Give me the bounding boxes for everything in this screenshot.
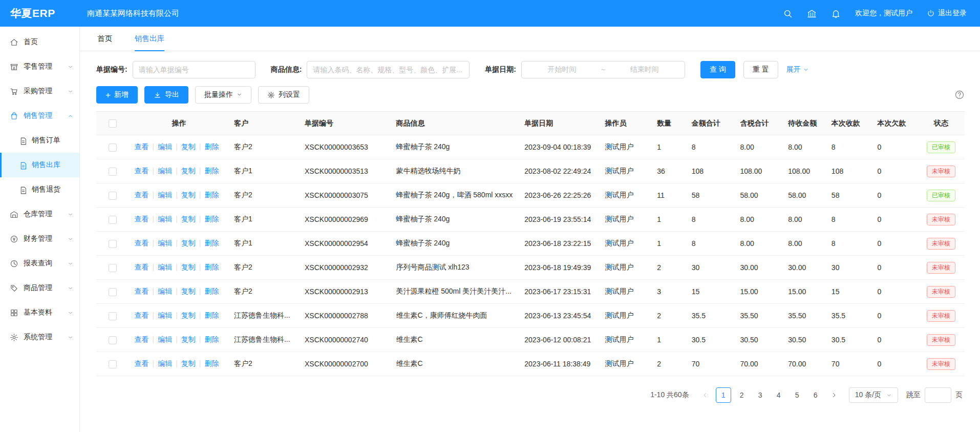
action-link-2[interactable]: 复制 bbox=[181, 191, 196, 199]
action-link-2[interactable]: 复制 bbox=[181, 311, 196, 319]
action-link-1[interactable]: 编辑 bbox=[158, 287, 172, 295]
prev-page-button[interactable] bbox=[697, 387, 713, 403]
action-link-0[interactable]: 查看 bbox=[134, 239, 148, 247]
reset-button[interactable]: 重 置 bbox=[743, 61, 778, 78]
cell-received: 58 bbox=[826, 183, 872, 208]
action-link-3[interactable]: 删除 bbox=[204, 191, 219, 199]
add-button[interactable]: + 新增 bbox=[96, 86, 138, 104]
sidebar-item-finance[interactable]: 财务管理 bbox=[0, 227, 79, 251]
product-info-input[interactable] bbox=[307, 61, 470, 78]
action-link-1[interactable]: 编辑 bbox=[158, 142, 172, 151]
action-link-1[interactable]: 编辑 bbox=[158, 263, 172, 271]
date-range-picker[interactable]: 开始时间 ~ 结束时间 bbox=[521, 61, 685, 78]
row-checkbox[interactable] bbox=[109, 168, 117, 176]
purchase-icon bbox=[10, 87, 18, 96]
sidebar-item-basic[interactable]: 基本资料 bbox=[0, 300, 79, 325]
tab-sales-outbound[interactable]: 销售出库 bbox=[135, 27, 164, 51]
page-jump-input[interactable] bbox=[925, 387, 951, 403]
row-checkbox[interactable] bbox=[109, 360, 117, 368]
action-link-1[interactable]: 编辑 bbox=[158, 239, 172, 247]
page-size-select[interactable]: 10 条/页 bbox=[849, 387, 898, 403]
sidebar-item-goods[interactable]: 商品管理 bbox=[0, 276, 79, 300]
action-link-3[interactable]: 删除 bbox=[204, 239, 219, 247]
welcome-user[interactable]: 欢迎您，测试用户 bbox=[855, 9, 912, 18]
sidebar-item-sales-return[interactable]: 销售退货 bbox=[0, 177, 79, 202]
sidebar-item-sales-outbound[interactable]: 销售出库 bbox=[0, 153, 79, 177]
action-link-0[interactable]: 查看 bbox=[134, 359, 148, 367]
action-link-1[interactable]: 编辑 bbox=[158, 311, 172, 319]
row-checkbox[interactable] bbox=[109, 143, 117, 152]
export-button[interactable]: 导出 bbox=[144, 86, 188, 104]
action-link-1[interactable]: 编辑 bbox=[158, 167, 172, 175]
action-link-0[interactable]: 查看 bbox=[134, 311, 148, 319]
action-link-0[interactable]: 查看 bbox=[134, 191, 148, 199]
row-checkbox[interactable] bbox=[109, 264, 117, 272]
cell-status: 未审核 bbox=[918, 232, 965, 256]
action-link-3[interactable]: 删除 bbox=[204, 335, 219, 343]
sidebar-item-sales-order[interactable]: 销售订单 bbox=[0, 128, 79, 153]
action-link-2[interactable]: 复制 bbox=[181, 335, 196, 343]
action-link-3[interactable]: 删除 bbox=[204, 215, 219, 223]
next-page-button[interactable] bbox=[826, 387, 842, 403]
bell-icon[interactable] bbox=[831, 9, 841, 18]
cell-received: 15 bbox=[826, 280, 872, 304]
action-link-2[interactable]: 复制 bbox=[181, 239, 196, 247]
page-button-5[interactable]: 5 bbox=[790, 387, 805, 403]
action-link-3[interactable]: 删除 bbox=[204, 263, 219, 271]
cell-debt: 0 bbox=[872, 183, 918, 208]
row-checkbox[interactable] bbox=[109, 288, 117, 296]
action-link-1[interactable]: 编辑 bbox=[158, 215, 172, 223]
row-checkbox[interactable] bbox=[109, 216, 117, 224]
sidebar-item-system[interactable]: 系统管理 bbox=[0, 325, 79, 349]
search-icon[interactable] bbox=[783, 9, 793, 18]
page-button-2[interactable]: 2 bbox=[734, 387, 750, 403]
action-link-3[interactable]: 删除 bbox=[204, 311, 219, 319]
row-checkbox[interactable] bbox=[109, 240, 117, 248]
action-link-3[interactable]: 删除 bbox=[204, 287, 219, 295]
action-link-2[interactable]: 复制 bbox=[181, 263, 196, 271]
action-link-3[interactable]: 删除 bbox=[204, 142, 219, 151]
help-icon[interactable] bbox=[954, 90, 965, 100]
action-link-2[interactable]: 复制 bbox=[181, 287, 196, 295]
date-start-placeholder: 开始时间 bbox=[527, 65, 597, 74]
sidebar-item-home[interactable]: 首页 bbox=[0, 30, 79, 54]
row-checkbox[interactable] bbox=[109, 192, 117, 200]
cell-bill_no: XSCK00000002700 bbox=[300, 352, 391, 376]
action-link-2[interactable]: 复制 bbox=[181, 142, 196, 151]
search-button[interactable]: 查 询 bbox=[700, 61, 735, 78]
sidebar-item-report[interactable]: 报表查询 bbox=[0, 251, 79, 276]
tab-home[interactable]: 首页 bbox=[97, 27, 112, 51]
row-checkbox[interactable] bbox=[109, 312, 117, 320]
sidebar-item-warehouse[interactable]: 仓库管理 bbox=[0, 202, 79, 227]
select-all-checkbox[interactable] bbox=[109, 119, 117, 128]
action-link-0[interactable]: 查看 bbox=[134, 287, 148, 295]
action-link-2[interactable]: 复制 bbox=[181, 167, 196, 175]
expand-link[interactable]: 展开 bbox=[786, 65, 809, 74]
row-checkbox[interactable] bbox=[109, 336, 117, 344]
logout-button[interactable]: 退出登录 bbox=[927, 9, 967, 18]
page-button-1[interactable]: 1 bbox=[716, 387, 731, 403]
action-link-0[interactable]: 查看 bbox=[134, 215, 148, 223]
action-link-1[interactable]: 编辑 bbox=[158, 335, 172, 343]
action-link-1[interactable]: 编辑 bbox=[158, 191, 172, 199]
action-link-0[interactable]: 查看 bbox=[134, 263, 148, 271]
page-button-4[interactable]: 4 bbox=[771, 387, 786, 403]
action-link-2[interactable]: 复制 bbox=[181, 359, 196, 367]
page-button-3[interactable]: 3 bbox=[753, 387, 768, 403]
action-link-0[interactable]: 查看 bbox=[134, 142, 148, 151]
action-link-3[interactable]: 删除 bbox=[204, 359, 219, 367]
cell-bill_no: XSCK00000002932 bbox=[300, 256, 391, 280]
action-link-1[interactable]: 编辑 bbox=[158, 359, 172, 367]
sidebar-item-purchase[interactable]: 采购管理 bbox=[0, 79, 79, 104]
column-settings-button[interactable]: 列设置 bbox=[258, 86, 309, 104]
action-link-0[interactable]: 查看 bbox=[134, 167, 148, 175]
sidebar-item-retail[interactable]: 零售管理 bbox=[0, 54, 79, 79]
sidebar-item-sales[interactable]: 销售管理 bbox=[0, 104, 79, 128]
page-button-6[interactable]: 6 bbox=[808, 387, 823, 403]
bank-icon[interactable] bbox=[807, 9, 817, 18]
batch-actions-button[interactable]: 批量操作 bbox=[195, 86, 251, 104]
action-link-0[interactable]: 查看 bbox=[134, 335, 148, 343]
action-link-2[interactable]: 复制 bbox=[181, 215, 196, 223]
action-link-3[interactable]: 删除 bbox=[204, 167, 219, 175]
bill-no-input[interactable] bbox=[133, 61, 255, 78]
